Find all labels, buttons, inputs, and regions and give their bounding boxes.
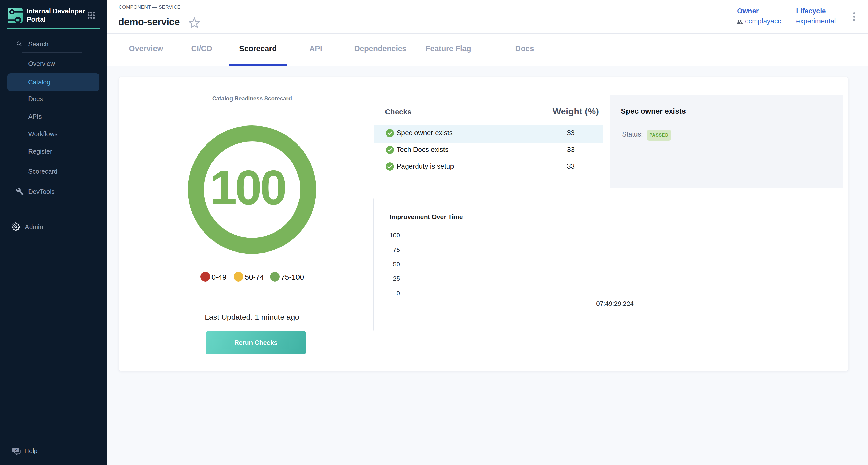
svg-text:?: ? — [14, 448, 17, 452]
